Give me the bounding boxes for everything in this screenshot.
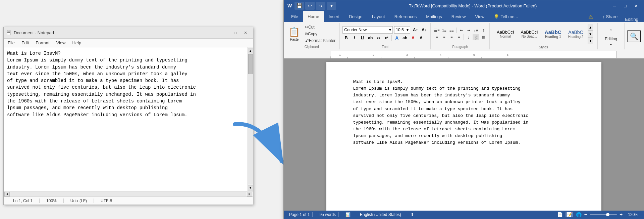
undo-quick-access[interactable]: ↩ — [305, 2, 315, 10]
notepad-encoding: UTF-8 — [94, 199, 119, 203]
web-layout-button[interactable]: 🌐 — [576, 212, 582, 217]
text-effects-button[interactable]: A — [393, 35, 400, 41]
notepad-menu-help[interactable]: Help — [69, 40, 84, 46]
style-no-spacing[interactable]: AaBbCcI No Spac... — [518, 28, 541, 40]
svg-text:W: W — [287, 3, 292, 8]
scroll-down-arrow[interactable]: ▼ — [248, 185, 253, 190]
print-layout-button[interactable]: 📝 — [566, 212, 573, 217]
scroll-right-arrow[interactable]: ► — [247, 192, 252, 196]
editing-label-text: Editing — [605, 37, 617, 41]
bullets-button[interactable]: ☰≡ — [433, 28, 440, 34]
underline-button[interactable]: U — [359, 35, 366, 41]
find-button[interactable]: 🔍 — [627, 30, 641, 42]
notepad-menu-format[interactable]: Format — [33, 40, 52, 46]
word-minimize-button[interactable]: ─ — [609, 2, 620, 10]
notepad-title-text: Document - Notepad — [14, 30, 54, 35]
align-right-button[interactable]: ≡ — [448, 34, 455, 40]
style-heading1[interactable]: AaBbC Heading 1 — [542, 28, 565, 40]
styles-scroll-up[interactable]: ▲ — [588, 24, 593, 31]
tab-references[interactable]: References — [390, 11, 421, 22]
format-painter-button[interactable]: 🖌 Format Painter — [304, 38, 337, 44]
decrease-indent-button[interactable]: ⇤ — [458, 28, 465, 34]
word-close-button[interactable]: ✕ — [631, 2, 641, 10]
tab-mailings[interactable]: Mailings — [421, 11, 447, 22]
word-word-count: 95 words — [317, 212, 339, 217]
align-left-button[interactable]: ≡ — [433, 34, 440, 40]
ribbon-group-clipboard: 📋 Paste ✂ Cut ⧉ Copy 🖌 Format Painter — [284, 23, 340, 49]
read-mode-button[interactable]: 📄 — [557, 212, 563, 217]
paste-icon: 📋 — [288, 27, 300, 38]
notepad-statusbar: Ln 1, Col 1 100% Unix (LF) UTF-8 — [4, 196, 253, 205]
tab-home[interactable]: Home — [303, 11, 324, 22]
style-heading2[interactable]: AaBbC Heading 2 — [565, 28, 587, 40]
tab-share[interactable]: ↑ Share — [598, 11, 622, 22]
para-separator1 — [456, 28, 457, 33]
align-center-button[interactable]: ≡ — [441, 34, 447, 40]
tab-file[interactable]: File — [286, 11, 303, 22]
highlight-button[interactable]: ab — [401, 35, 409, 41]
scroll-up-arrow[interactable]: ▲ — [248, 48, 253, 53]
scroll-track-horizontal[interactable] — [10, 192, 246, 196]
tab-view[interactable]: View — [470, 11, 489, 22]
font-format-row: B I U ab x₂ x² A ab A A — [342, 35, 428, 41]
italic-button[interactable]: I — [351, 35, 358, 41]
scroll-track-vertical[interactable] — [248, 54, 253, 184]
scroll-thumb-vertical[interactable] — [248, 54, 253, 74]
notepad-maximize-button[interactable]: □ — [231, 30, 240, 36]
save-quick-access[interactable]: 💾 — [294, 2, 304, 10]
justify-button[interactable]: ≡ — [455, 34, 462, 40]
notepad-vertical-scrollbar[interactable]: ▲ ▼ — [248, 47, 253, 191]
word-maximize-button[interactable]: □ — [620, 2, 630, 10]
notepad-minimize-button[interactable]: ─ — [221, 30, 230, 36]
multilevel-list-button[interactable]: ≡≡ — [448, 28, 455, 34]
font-name-selector[interactable]: Courier New ▾ — [342, 26, 393, 34]
zoom-out-button[interactable]: − — [584, 212, 587, 218]
notepad-text-editor[interactable] — [4, 47, 248, 191]
copy-button[interactable]: ⧉ Copy — [304, 31, 337, 37]
tab-tell-me[interactable]: 💡 Tell me... — [489, 11, 523, 22]
font-size-selector[interactable]: 10.5 ▾ — [394, 26, 410, 34]
superscript-button[interactable]: x² — [383, 35, 390, 41]
notepad-menu-file[interactable]: File — [5, 40, 17, 46]
tab-review[interactable]: Review — [447, 11, 471, 22]
customize-quick-access[interactable]: ▾ — [327, 2, 336, 10]
border-button[interactable]: ▦ — [480, 34, 487, 40]
redo-quick-access[interactable]: ↪ — [316, 2, 325, 10]
increase-font-button[interactable]: A↑ — [412, 27, 419, 33]
strikethrough-button[interactable]: ab — [367, 35, 374, 41]
notepad-menu-view[interactable]: View — [54, 40, 68, 46]
zoom-in-button[interactable]: + — [620, 212, 623, 218]
para-separator2 — [464, 34, 464, 40]
show-formatting-button[interactable]: ¶ — [480, 28, 487, 34]
zoom-slider[interactable] — [590, 214, 617, 215]
editing-dropdown[interactable]: ▾ — [610, 43, 612, 46]
scroll-left-arrow[interactable]: ◄ — [4, 192, 10, 196]
tab-insert[interactable]: Insert — [324, 11, 344, 22]
cut-button[interactable]: ✂ Cut — [304, 24, 337, 30]
line-spacing-button[interactable]: ↕ — [465, 34, 472, 40]
notepad-menu-edit[interactable]: Edit — [19, 40, 32, 46]
decrease-font-button[interactable]: A↓ — [420, 27, 428, 33]
bold-button[interactable]: B — [342, 35, 350, 41]
notepad-close-button[interactable]: ✕ — [241, 30, 250, 36]
increase-indent-button[interactable]: ⇥ — [465, 28, 472, 34]
tab-warning: ⚠ — [584, 11, 598, 22]
font-color-button[interactable]: A — [409, 35, 417, 41]
ribbon-group-paragraph: ☰≡ 1≡ ≡≡ ⇤ ⇥ ↕A ¶ ≡ ≡ ≡ — [431, 23, 490, 49]
notepad-horizontal-scrollbar[interactable]: ◄ ► — [4, 191, 253, 196]
paste-button[interactable]: 📋 Paste — [286, 25, 302, 43]
shading-button[interactable]: ░ — [473, 34, 479, 40]
subscript-button[interactable]: x₂ — [375, 35, 382, 41]
styles-scroll-down[interactable]: ▼ — [588, 31, 593, 37]
svg-rect-4 — [8, 30, 10, 31]
style-normal[interactable]: AaBbCcI Normal — [494, 28, 517, 40]
word-document-area[interactable]: Waat is Lore IpsvM. Lorem Ipsum is simpl… — [284, 58, 644, 211]
styles-expand[interactable]: ▾ — [588, 37, 593, 44]
alignment-buttons-row: ≡ ≡ ≡ ≡ ↕ ░ ▦ — [433, 34, 487, 40]
sort-button[interactable]: ↕A — [473, 28, 479, 34]
numbering-button[interactable]: 1≡ — [441, 28, 447, 34]
tab-layout[interactable]: Layout — [367, 11, 390, 22]
zoom-percentage: 120% — [625, 212, 641, 217]
tab-design[interactable]: Design — [344, 11, 367, 22]
clear-formatting-button[interactable]: A — [417, 35, 425, 41]
